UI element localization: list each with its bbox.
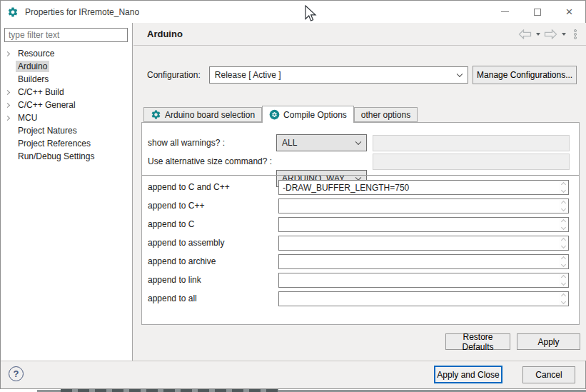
tab-arduino-board-selection[interactable]: Arduino board selection (143, 107, 262, 122)
manage-configurations-button[interactable]: Manage Configurations... (473, 66, 577, 84)
append-c-cpp-label: append to C and C++ (148, 182, 230, 192)
append-all-label: append to all (148, 293, 197, 303)
append-assembly-label: append to assembly (148, 238, 224, 248)
properties-dialog: Properties for IRremote_Nano × Resource … (0, 0, 586, 389)
apply-button[interactable]: Apply (517, 333, 580, 350)
sidebar-item-arduino[interactable]: Arduino (1, 60, 131, 73)
close-icon[interactable]: × (553, 1, 585, 23)
spinner-icon[interactable] (559, 181, 567, 194)
tab-compile-options[interactable]: Compile Options (262, 106, 354, 123)
main-panel: Arduino Configuration: Release [ Active … (133, 23, 586, 361)
page-title: Arduino (147, 29, 183, 39)
append-c-cpp-field-wrap (278, 180, 569, 195)
append-c-cpp-input[interactable] (278, 180, 569, 195)
chevron-right-icon[interactable] (5, 115, 10, 120)
spinner-icon[interactable] (559, 293, 567, 305)
app-gear-icon (7, 6, 19, 18)
apply-and-close-button[interactable]: Apply and Close (434, 366, 502, 383)
background-window-text-fragment (61, 389, 278, 392)
append-link-field-wrap (278, 273, 569, 288)
tab-other-options[interactable]: other options (354, 107, 418, 122)
append-all-field-wrap (278, 291, 569, 306)
window-controls: × (489, 1, 585, 23)
spinner-icon[interactable] (559, 274, 567, 286)
size-command-label: Use alternative size command? : (148, 156, 272, 166)
compile-options-panel: show all warnings? : ALL Use alternative… (141, 122, 580, 325)
spinner-icon[interactable] (559, 256, 567, 268)
view-menu-icon[interactable] (574, 29, 577, 39)
append-cpp-label: append to C++ (148, 201, 204, 211)
append-c-label: append to C (148, 219, 194, 229)
append-c-input[interactable] (278, 217, 569, 232)
sidebar-item-project-references[interactable]: Project References (1, 137, 131, 150)
spinner-icon[interactable] (559, 237, 567, 249)
configuration-row: Configuration: Release [ Active ] Manage… (147, 65, 577, 84)
spinner-icon[interactable] (559, 218, 567, 231)
spinner-icon[interactable] (559, 200, 567, 212)
sidebar-item-builders[interactable]: Builders (1, 73, 131, 86)
back-icon[interactable] (518, 29, 532, 39)
sidebar-item-resource[interactable]: Resource (1, 47, 131, 60)
sidebar-item-cpp-build[interactable]: C/C++ Build (1, 86, 131, 99)
append-archive-field-wrap (278, 254, 569, 269)
tab-bar: Arduino board selection Compile Options … (143, 106, 418, 123)
maximize-icon[interactable] (521, 1, 553, 23)
show-warnings-label: show all warnings? : (148, 138, 225, 148)
sidebar-item-run-debug-settings[interactable]: Run/Debug Settings (1, 150, 131, 163)
append-assembly-field-wrap (278, 236, 569, 251)
append-cpp-field-wrap (278, 198, 569, 213)
window-title: Properties for IRremote_Nano (25, 7, 139, 17)
sidebar-item-project-natures[interactable]: Project Natures (1, 124, 131, 137)
append-archive-label: append to archive (148, 256, 216, 266)
append-all-input[interactable] (278, 291, 569, 306)
sidebar-item-mcu[interactable]: MCU (1, 111, 131, 124)
chevron-right-icon[interactable] (5, 102, 10, 107)
page-header: Arduino (133, 23, 586, 46)
append-assembly-input[interactable] (278, 236, 569, 251)
forward-icon[interactable] (544, 29, 557, 39)
cancel-button[interactable]: Cancel (522, 366, 575, 383)
chevron-right-icon[interactable] (5, 89, 10, 94)
sidebar: Resource Arduino Builders C/C++ Build C/… (1, 23, 133, 361)
chevron-right-icon[interactable] (5, 51, 10, 56)
section-divider (142, 175, 579, 176)
bottom-bar: ? Apply and Close Cancel (1, 361, 585, 388)
help-icon[interactable]: ? (9, 366, 24, 381)
chevron-down-icon (457, 71, 463, 76)
header-nav (518, 29, 577, 39)
size-command-extra-field (373, 154, 570, 170)
append-link-label: append to link (148, 275, 201, 285)
warnings-extra-field (373, 135, 570, 151)
gear-icon (151, 109, 161, 120)
forward-dropdown-icon[interactable] (562, 33, 566, 36)
back-dropdown-icon[interactable] (536, 33, 540, 36)
append-c-field-wrap (278, 217, 569, 232)
filter-input[interactable] (4, 28, 128, 42)
screen: Properties for IRremote_Nano × Resource … (0, 0, 586, 392)
chevron-down-icon (355, 139, 361, 145)
properties-tree: Resource Arduino Builders C/C++ Build C/… (1, 47, 131, 163)
append-cpp-input[interactable] (278, 198, 569, 213)
titlebar: Properties for IRremote_Nano × (1, 1, 585, 23)
append-archive-input[interactable] (278, 254, 569, 269)
show-warnings-select[interactable]: ALL (276, 134, 367, 151)
configuration-select[interactable]: Release [ Active ] (209, 66, 468, 84)
gear-circle-icon (269, 109, 280, 120)
sidebar-item-cpp-general[interactable]: C/C++ General (1, 99, 131, 111)
configuration-label: Configuration: (147, 70, 209, 80)
append-link-input[interactable] (278, 273, 569, 288)
restore-defaults-button[interactable]: Restore Defaults (445, 333, 510, 350)
minimize-icon[interactable] (489, 1, 521, 23)
